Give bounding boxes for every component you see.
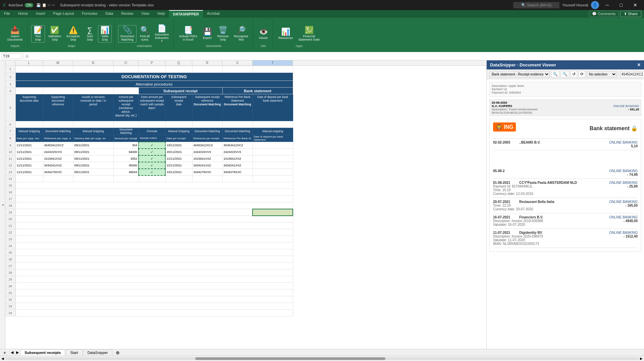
col-header-M[interactable]: M [43, 60, 73, 65]
tab-home[interactable]: Home [14, 10, 32, 18]
cell[interactable] [15, 175, 43, 182]
cell[interactable]: 11/11/2021 [15, 155, 43, 162]
cell[interactable]: 09/11/2021 [73, 162, 113, 169]
cell[interactable]: 20/11/2021 [165, 149, 192, 155]
cell[interactable] [253, 66, 293, 73]
cell[interactable]: 2424315VVX [43, 149, 73, 155]
cell[interactable] [253, 121, 293, 128]
cell[interactable] [15, 256, 293, 263]
cell[interactable]: 1515641XXZ [43, 155, 73, 162]
cell[interactable]: 2424315VVX [222, 149, 253, 155]
cell[interactable] [15, 283, 293, 290]
cell[interactable]: 3434241XXZ [43, 162, 73, 169]
add-sheet-btn2[interactable]: ⊕ [113, 349, 122, 356]
cell[interactable]: 45453412XCZ [222, 142, 253, 149]
cell[interactable] [73, 88, 113, 94]
cell[interactable] [15, 66, 43, 73]
cell[interactable]: 11/11/2021 [15, 162, 43, 169]
cell[interactable] [43, 88, 73, 94]
cell[interactable] [192, 175, 222, 182]
cell[interactable]: 11/11/2021 [15, 169, 43, 175]
ds-selection-dropdown[interactable]: No selection [587, 71, 617, 78]
financial-suite-button[interactable]: 💹 FinancialStatement Suite [296, 25, 322, 43]
cell-checkmark[interactable]: ✓ [139, 149, 165, 155]
cell[interactable]: 3434279XXC [43, 169, 73, 175]
table-snip-button[interactable]: 📊 TableSnip [98, 25, 112, 43]
cell[interactable] [73, 175, 113, 182]
cell[interactable]: 2424315VVX [192, 149, 222, 155]
cell[interactable]: 3434241XXZ [192, 162, 222, 169]
cell[interactable]: 84000 [113, 149, 139, 155]
cell[interactable] [113, 66, 139, 73]
cell[interactable]: 45453412XCZ [43, 142, 73, 149]
cell[interactable] [15, 236, 293, 243]
document-extraction-button[interactable]: 📄 DocumentExtraction ▼ [153, 23, 171, 44]
ds-refresh-btn[interactable]: ↺ [571, 71, 577, 78]
cell[interactable] [222, 66, 253, 73]
ds-document-dropdown[interactable]: Bank statement - Receipt evidence of [489, 71, 550, 78]
tab-insert[interactable]: Insert [32, 10, 49, 18]
tab-formulas[interactable]: Formulas [78, 10, 101, 18]
cell[interactable] [15, 222, 293, 229]
cell[interactable] [139, 175, 165, 182]
find-all-sums-button[interactable]: 🔍 Find allsums [138, 25, 152, 43]
cell[interactable] [15, 182, 293, 189]
sheet-nav-right[interactable]: ▶ [15, 350, 20, 355]
cell[interactable] [113, 175, 139, 182]
col-header-Q[interactable]: Q [165, 60, 192, 65]
cell[interactable] [15, 269, 293, 276]
ds-search-input[interactable] [621, 71, 644, 77]
cell[interactable] [15, 263, 293, 269]
cell[interactable] [73, 66, 113, 73]
cell[interactable] [253, 162, 293, 169]
cell[interactable] [15, 296, 293, 303]
cell[interactable] [253, 175, 293, 182]
col-header-S[interactable]: S [222, 60, 253, 65]
datasnipper-document[interactable]: Description: Apple Store 8429447.id Paym… [487, 79, 644, 349]
comments-button[interactable]: 💬 Comments [589, 11, 619, 17]
cell[interactable]: 3052 [113, 155, 139, 162]
cell[interactable]: 354 [113, 142, 139, 149]
resources-button[interactable]: 📊 Resources [276, 27, 295, 41]
cell[interactable] [165, 66, 192, 73]
cell[interactable]: 09/11/2021 [73, 169, 113, 175]
cell[interactable] [15, 209, 253, 216]
ds-sync-btn[interactable]: ⟳ [579, 71, 585, 78]
cell[interactable] [15, 310, 293, 316]
cell[interactable]: 3434279XXC [222, 169, 253, 175]
sheet-tab-start[interactable]: Start [66, 350, 82, 355]
export-button[interactable]: 💾 Export [201, 27, 214, 41]
cell[interactable] [253, 169, 293, 175]
cell[interactable] [113, 121, 139, 128]
cell[interactable] [15, 202, 293, 209]
cell[interactable] [192, 121, 222, 128]
cell[interactable] [15, 196, 293, 202]
sheet-tab-datasnipper[interactable]: DataSnipper [83, 350, 112, 355]
col-header-P[interactable]: P [139, 60, 165, 65]
cell[interactable] [15, 249, 293, 256]
scroll-track[interactable] [5, 357, 639, 360]
cell[interactable] [15, 290, 293, 296]
datasnipper-close-button[interactable]: ✕ [637, 62, 641, 67]
ds-search-btn[interactable]: 🔍 [551, 71, 559, 78]
col-header-N[interactable]: N [73, 60, 113, 65]
text-snip-button[interactable]: 📝 TextSnip [31, 25, 45, 43]
hscrollbar[interactable]: ◀ ▶ [0, 356, 644, 361]
cell[interactable]: 1515641XXZ [192, 155, 222, 162]
cell[interactable] [165, 121, 192, 128]
scroll-right-btn[interactable]: ▶ [640, 357, 643, 360]
cell[interactable]: 3434279XXC [192, 169, 222, 175]
cell-reference-input[interactable]: T19 [1, 53, 21, 59]
add-sheet-btn[interactable]: + [1, 349, 8, 356]
cell[interactable]: 21/11/2021 [165, 155, 192, 162]
search-box[interactable]: 🔍 Search (Alt+Q) [513, 2, 559, 8]
cell[interactable] [113, 88, 139, 94]
cell-checkmark[interactable]: ✓ [139, 162, 165, 169]
tab-view[interactable]: View [138, 10, 154, 18]
col-header-O[interactable]: O [113, 60, 139, 65]
viewer-button[interactable]: 👁️ Viewer [257, 27, 270, 41]
cell[interactable] [192, 66, 222, 73]
cell[interactable]: 09/11/2021 [73, 142, 113, 149]
tab-pagelayout[interactable]: Page Layout [49, 10, 78, 18]
share-button[interactable]: ⬆ Share [620, 11, 641, 17]
